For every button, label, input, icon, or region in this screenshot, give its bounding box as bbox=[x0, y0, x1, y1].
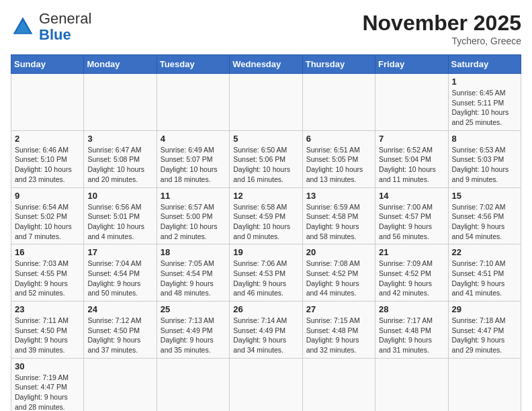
day-info: Sunrise: 6:58 AM Sunset: 4:59 PM Dayligh… bbox=[233, 202, 298, 242]
day-number: 1 bbox=[452, 77, 517, 87]
day-info: Sunrise: 6:54 AM Sunset: 5:02 PM Dayligh… bbox=[15, 202, 80, 242]
calendar-cell bbox=[230, 358, 302, 411]
calendar-cell: 2Sunrise: 6:46 AM Sunset: 5:10 PM Daylig… bbox=[11, 130, 84, 187]
calendar-week-1: 1Sunrise: 6:45 AM Sunset: 5:11 PM Daylig… bbox=[11, 74, 521, 131]
day-number: 30 bbox=[15, 361, 80, 371]
calendar-week-6: 30Sunrise: 7:19 AM Sunset: 4:47 PM Dayli… bbox=[11, 358, 521, 411]
calendar-cell: 6Sunrise: 6:51 AM Sunset: 5:05 PM Daylig… bbox=[302, 130, 375, 187]
calendar-cell bbox=[11, 74, 84, 131]
day-info: Sunrise: 6:51 AM Sunset: 5:05 PM Dayligh… bbox=[306, 145, 371, 185]
day-number: 10 bbox=[87, 191, 152, 201]
day-info: Sunrise: 6:49 AM Sunset: 5:07 PM Dayligh… bbox=[161, 145, 226, 185]
day-number: 29 bbox=[452, 304, 517, 314]
day-info: Sunrise: 7:17 AM Sunset: 4:48 PM Dayligh… bbox=[379, 316, 444, 355]
day-number: 24 bbox=[87, 304, 152, 314]
day-number: 3 bbox=[87, 134, 152, 144]
weekday-header-tuesday: Tuesday bbox=[157, 55, 229, 74]
day-info: Sunrise: 7:13 AM Sunset: 4:49 PM Dayligh… bbox=[161, 316, 226, 355]
day-info: Sunrise: 6:57 AM Sunset: 5:00 PM Dayligh… bbox=[161, 202, 226, 242]
day-number: 28 bbox=[379, 304, 444, 314]
day-number: 16 bbox=[15, 247, 80, 257]
calendar-cell bbox=[375, 358, 448, 411]
day-number: 18 bbox=[161, 247, 226, 257]
calendar-cell: 23Sunrise: 7:11 AM Sunset: 4:50 PM Dayli… bbox=[11, 302, 84, 359]
calendar-cell: 9Sunrise: 6:54 AM Sunset: 5:02 PM Daylig… bbox=[11, 187, 84, 244]
calendar-cell: 18Sunrise: 7:05 AM Sunset: 4:54 PM Dayli… bbox=[157, 244, 229, 302]
day-info: Sunrise: 6:50 AM Sunset: 5:06 PM Dayligh… bbox=[233, 145, 298, 185]
day-number: 27 bbox=[306, 304, 371, 314]
weekday-header-thursday: Thursday bbox=[302, 55, 375, 74]
day-number: 11 bbox=[161, 191, 226, 201]
logo-text: General Blue bbox=[39, 11, 91, 43]
calendar-cell: 19Sunrise: 7:06 AM Sunset: 4:53 PM Dayli… bbox=[230, 244, 302, 302]
day-number: 2 bbox=[15, 134, 80, 144]
calendar-cell: 26Sunrise: 7:14 AM Sunset: 4:49 PM Dayli… bbox=[230, 302, 302, 359]
calendar-cell: 3Sunrise: 6:47 AM Sunset: 5:08 PM Daylig… bbox=[84, 130, 157, 187]
calendar-cell: 4Sunrise: 6:49 AM Sunset: 5:07 PM Daylig… bbox=[157, 130, 229, 187]
day-number: 21 bbox=[379, 247, 444, 257]
calendar-cell: 28Sunrise: 7:17 AM Sunset: 4:48 PM Dayli… bbox=[375, 302, 448, 359]
calendar-cell: 5Sunrise: 6:50 AM Sunset: 5:06 PM Daylig… bbox=[230, 130, 302, 187]
day-number: 23 bbox=[15, 304, 80, 314]
calendar-cell: 11Sunrise: 6:57 AM Sunset: 5:00 PM Dayli… bbox=[157, 187, 229, 244]
calendar-cell: 8Sunrise: 6:53 AM Sunset: 5:03 PM Daylig… bbox=[448, 130, 521, 187]
day-info: Sunrise: 7:12 AM Sunset: 4:50 PM Dayligh… bbox=[87, 316, 152, 355]
calendar: SundayMondayTuesdayWednesdayThursdayFrid… bbox=[11, 54, 521, 411]
day-number: 14 bbox=[379, 191, 444, 201]
day-number: 15 bbox=[452, 191, 517, 201]
day-info: Sunrise: 6:46 AM Sunset: 5:10 PM Dayligh… bbox=[15, 145, 80, 185]
day-number: 7 bbox=[379, 134, 444, 144]
calendar-week-2: 2Sunrise: 6:46 AM Sunset: 5:10 PM Daylig… bbox=[11, 130, 521, 187]
day-number: 17 bbox=[87, 247, 152, 257]
day-info: Sunrise: 7:18 AM Sunset: 4:47 PM Dayligh… bbox=[452, 316, 517, 355]
calendar-cell: 21Sunrise: 7:09 AM Sunset: 4:52 PM Dayli… bbox=[375, 244, 448, 302]
day-number: 8 bbox=[452, 134, 517, 144]
weekday-header-wednesday: Wednesday bbox=[230, 55, 302, 74]
day-number: 13 bbox=[306, 191, 371, 201]
logo-general-text: General bbox=[39, 10, 91, 27]
calendar-cell: 15Sunrise: 7:02 AM Sunset: 4:56 PM Dayli… bbox=[448, 187, 521, 244]
day-info: Sunrise: 6:52 AM Sunset: 5:04 PM Dayligh… bbox=[379, 145, 444, 185]
calendar-cell bbox=[84, 74, 157, 131]
calendar-cell bbox=[157, 74, 229, 131]
day-number: 22 bbox=[452, 247, 517, 257]
header: General Blue November 2025 Tychero, Gree… bbox=[11, 11, 521, 46]
logo: General Blue bbox=[11, 11, 91, 43]
day-number: 9 bbox=[15, 191, 80, 201]
calendar-cell: 10Sunrise: 6:56 AM Sunset: 5:01 PM Dayli… bbox=[84, 187, 157, 244]
day-info: Sunrise: 6:59 AM Sunset: 4:58 PM Dayligh… bbox=[306, 202, 371, 242]
day-number: 6 bbox=[306, 134, 371, 144]
weekday-header-saturday: Saturday bbox=[448, 55, 521, 74]
calendar-cell bbox=[302, 358, 375, 411]
calendar-header: SundayMondayTuesdayWednesdayThursdayFrid… bbox=[11, 55, 521, 74]
day-number: 20 bbox=[306, 247, 371, 257]
day-number: 19 bbox=[233, 247, 298, 257]
calendar-cell bbox=[157, 358, 229, 411]
calendar-week-4: 16Sunrise: 7:03 AM Sunset: 4:55 PM Dayli… bbox=[11, 244, 521, 302]
day-info: Sunrise: 7:05 AM Sunset: 4:54 PM Dayligh… bbox=[161, 259, 226, 298]
location: Tychero, Greece bbox=[362, 36, 521, 46]
day-info: Sunrise: 7:09 AM Sunset: 4:52 PM Dayligh… bbox=[379, 259, 444, 298]
day-info: Sunrise: 7:19 AM Sunset: 4:47 PM Dayligh… bbox=[15, 373, 80, 411]
calendar-cell: 17Sunrise: 7:04 AM Sunset: 4:54 PM Dayli… bbox=[84, 244, 157, 302]
calendar-cell bbox=[230, 74, 302, 131]
day-number: 5 bbox=[233, 134, 298, 144]
calendar-cell: 16Sunrise: 7:03 AM Sunset: 4:55 PM Dayli… bbox=[11, 244, 84, 302]
day-info: Sunrise: 7:10 AM Sunset: 4:51 PM Dayligh… bbox=[452, 259, 517, 298]
weekday-header-sunday: Sunday bbox=[11, 55, 84, 74]
day-info: Sunrise: 6:53 AM Sunset: 5:03 PM Dayligh… bbox=[452, 145, 517, 185]
day-info: Sunrise: 7:06 AM Sunset: 4:53 PM Dayligh… bbox=[233, 259, 298, 298]
calendar-cell: 30Sunrise: 7:19 AM Sunset: 4:47 PM Dayli… bbox=[11, 358, 84, 411]
calendar-cell: 27Sunrise: 7:15 AM Sunset: 4:48 PM Dayli… bbox=[302, 302, 375, 359]
logo-blue-text: Blue bbox=[39, 26, 71, 43]
day-number: 12 bbox=[233, 191, 298, 201]
day-number: 25 bbox=[161, 304, 226, 314]
logo-icon bbox=[11, 15, 35, 39]
day-info: Sunrise: 7:15 AM Sunset: 4:48 PM Dayligh… bbox=[306, 316, 371, 355]
day-info: Sunrise: 7:04 AM Sunset: 4:54 PM Dayligh… bbox=[87, 259, 152, 298]
calendar-cell: 22Sunrise: 7:10 AM Sunset: 4:51 PM Dayli… bbox=[448, 244, 521, 302]
day-info: Sunrise: 6:56 AM Sunset: 5:01 PM Dayligh… bbox=[87, 202, 152, 242]
calendar-cell bbox=[302, 74, 375, 131]
day-info: Sunrise: 7:02 AM Sunset: 4:56 PM Dayligh… bbox=[452, 202, 517, 242]
day-info: Sunrise: 7:14 AM Sunset: 4:49 PM Dayligh… bbox=[233, 316, 298, 355]
